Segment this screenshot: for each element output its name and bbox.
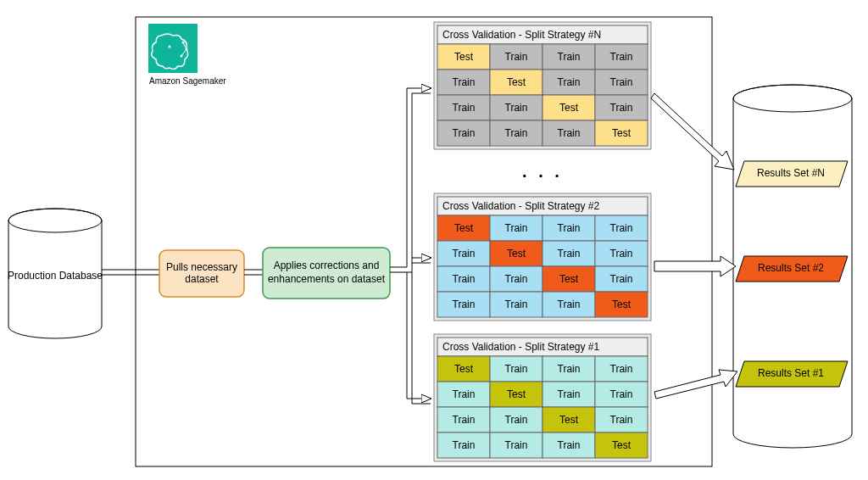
cv-cell-label: Train	[610, 76, 633, 88]
cv-cell-label: Test	[454, 222, 474, 234]
cv-cell-label: Train	[453, 248, 476, 260]
arrow-table-2-to-result	[654, 256, 736, 276]
cv-table-title: Cross Validation - Split Strategy #1	[442, 341, 600, 353]
cv-cell-label: Train	[558, 439, 581, 451]
cv-cell-label: Train	[610, 102, 633, 114]
cv-cell-label: Train	[558, 51, 581, 63]
cv-cell-label: Test	[612, 299, 632, 310]
sagemaker-icon	[148, 24, 198, 73]
cv-cell-label: Train	[610, 388, 633, 400]
cv-cell-label: Train	[505, 222, 528, 234]
step-apply-corrections: Applies corrections and enhancements on …	[263, 248, 390, 299]
cv-cell-label: Train	[453, 414, 476, 426]
cv-cell-label: Train	[505, 363, 528, 375]
cv-cell-label: Train	[558, 363, 581, 375]
svg-point-8	[169, 46, 171, 48]
cv-cell-label: Test	[559, 102, 579, 114]
cv-cell-label: Train	[453, 127, 476, 139]
cv-cell-label: Train	[505, 273, 528, 285]
cv-cell-label: Train	[453, 76, 476, 88]
cv-table-title: Cross Validation - Split Strategy #N	[442, 29, 601, 41]
cv-cell-label: Train	[453, 102, 476, 114]
cv-cell-label: Train	[505, 439, 528, 451]
cv-cell-label: Train	[558, 127, 581, 139]
production-database-label: Production Database	[8, 270, 103, 282]
cv-cell-label: Train	[505, 51, 528, 63]
ellipsis: . . .	[522, 162, 563, 181]
results-set-1-label: Results Set #1	[758, 367, 824, 379]
cv-cell-label: Train	[453, 439, 476, 451]
step-pull-dataset-line1: Pulls necessary	[166, 261, 237, 273]
step-apply-corrections-line2: enhancements on dataset	[268, 273, 386, 285]
svg-rect-4	[148, 24, 198, 73]
cv-cell-label: Test	[612, 439, 632, 451]
cv-cell-label: Train	[558, 299, 581, 310]
cv-cell-label: Train	[453, 299, 476, 310]
cv-table-1: Cross Validation - Split Strategy #1Test…	[434, 334, 651, 461]
connector-db-to-step1	[102, 270, 161, 275]
cv-cell-label: Train	[505, 102, 528, 114]
cv-cell-label: Train	[610, 51, 633, 63]
cv-cell-label: Train	[558, 222, 581, 234]
cv-cell-label: Test	[507, 76, 526, 88]
step-pull-dataset-line2b: dataset	[185, 273, 219, 285]
branch-arrows	[390, 88, 431, 404]
step-pull-dataset: Pulls necessary Pulls necessary dataset …	[159, 250, 244, 297]
production-database: Production Database	[8, 209, 103, 338]
sagemaker-label: Amazon Sagemaker	[149, 76, 226, 86]
step-apply-corrections-line1: Applies corrections and	[274, 260, 380, 271]
results-set-n: Results Set #N	[736, 161, 848, 187]
cv-cell-label: Train	[505, 414, 528, 426]
cv-table-n: Cross Validation - Split Strategy #NTest…	[434, 22, 651, 149]
cv-cell-label: Test	[612, 127, 632, 139]
cv-cell-label: Train	[453, 388, 476, 400]
cv-cell-label: Train	[558, 388, 581, 400]
cv-cell-label: Train	[610, 273, 633, 285]
cv-cell-label: Test	[507, 388, 526, 400]
cv-cell-label: Test	[454, 363, 474, 375]
cv-cell-label: Train	[453, 273, 476, 285]
cv-cell-label: Train	[610, 363, 633, 375]
cv-cell-label: Test	[559, 273, 579, 285]
results-set-1: Results Set #1	[736, 361, 848, 387]
cv-cell-label: Train	[610, 222, 633, 234]
cv-cell-label: Test	[507, 248, 526, 260]
arrow-table-1-to-result	[654, 370, 737, 399]
results-set-2: Results Set #2	[736, 256, 848, 282]
cv-cell-label: Train	[558, 76, 581, 88]
cv-cell-label: Train	[610, 248, 633, 260]
results-set-2-label: Results Set #2	[758, 262, 824, 274]
connector-step1-to-step2	[244, 270, 263, 275]
cv-cell-label: Test	[454, 51, 474, 63]
cv-cell-label: Train	[505, 299, 528, 310]
cv-cell-label: Train	[558, 248, 581, 260]
cv-cell-label: Train	[505, 127, 528, 139]
cv-table-title: Cross Validation - Split Strategy #2	[442, 200, 600, 212]
cv-table-2: Cross Validation - Split Strategy #2Test…	[434, 193, 651, 321]
cv-cell-label: Test	[559, 414, 579, 426]
cv-cell-label: Train	[610, 414, 633, 426]
arrow-table-n-to-result	[651, 93, 734, 170]
results-set-n-label: Results Set #N	[757, 167, 825, 179]
